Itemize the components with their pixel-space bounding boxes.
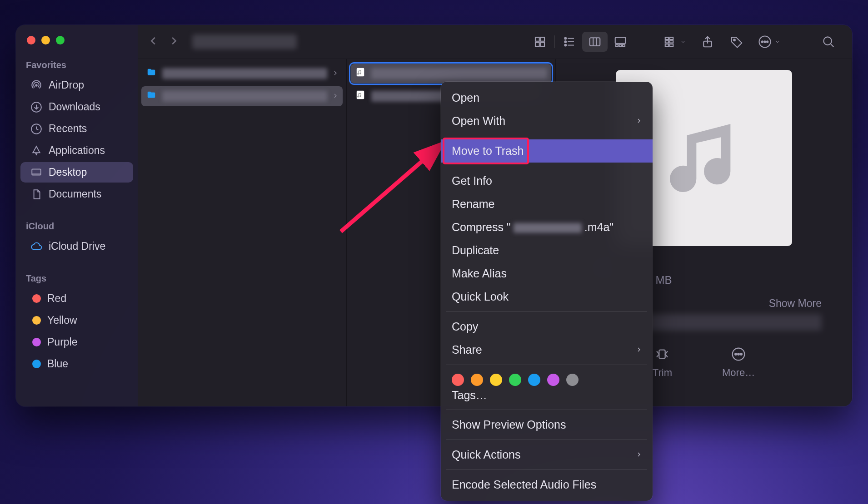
sidebar-tag-red[interactable]: Red: [20, 288, 133, 309]
group-by-button[interactable]: [658, 32, 691, 52]
airdrop-icon: [30, 79, 42, 91]
sidebar-item-label: Applications: [49, 144, 105, 157]
svg-rect-17: [665, 41, 669, 43]
sidebar-item-airdrop[interactable]: AirDrop: [20, 75, 133, 95]
menu-item-make-alias[interactable]: Make Alias: [441, 262, 653, 285]
traffic-light-maximize[interactable]: [56, 36, 65, 44]
preview-action-label: Trim: [653, 367, 672, 379]
menu-tags-row: [441, 368, 653, 387]
svg-rect-5: [540, 37, 544, 41]
tag-color-red[interactable]: [452, 374, 464, 386]
folder-row[interactable]: [141, 64, 343, 84]
folder-label: [162, 91, 327, 102]
documents-icon: [30, 188, 42, 200]
sidebar-item-label: Recents: [49, 123, 87, 135]
svg-point-9: [564, 41, 566, 43]
tag-color-green[interactable]: [509, 374, 521, 386]
view-list-button[interactable]: [557, 32, 582, 52]
audio-file-icon: [355, 67, 366, 80]
menu-item-duplicate[interactable]: Duplicate: [441, 239, 653, 262]
menu-item-copy[interactable]: Copy: [441, 315, 653, 338]
tag-color-purple[interactable]: [547, 374, 559, 386]
sidebar-section-favorites: Favorites: [16, 57, 138, 75]
menu-item-compress[interactable]: Compress ".m4a": [441, 216, 653, 239]
folder-icon: [146, 90, 157, 103]
traffic-light-minimize[interactable]: [41, 36, 50, 44]
folder-icon: [146, 67, 157, 80]
audio-file-icon: [355, 90, 366, 103]
applications-icon: [30, 145, 42, 157]
menu-item-quick-actions[interactable]: Quick Actions: [441, 443, 653, 466]
tag-dot-icon: [32, 294, 41, 303]
chevron-right-icon: [636, 448, 642, 461]
svg-rect-11: [590, 38, 600, 46]
svg-rect-13: [616, 44, 618, 46]
nav-back-button[interactable]: [149, 35, 159, 48]
menu-item-tags[interactable]: Tags…: [441, 387, 653, 406]
sidebar-item-applications[interactable]: Applications: [20, 140, 133, 161]
sidebar-item-icloud-drive[interactable]: iCloud Drive: [20, 236, 133, 257]
tag-color-yellow[interactable]: [490, 374, 502, 386]
view-switcher: [527, 32, 633, 52]
svg-point-0: [35, 84, 37, 86]
search-button[interactable]: [816, 32, 841, 52]
menu-item-move-to-trash[interactable]: Move to Trash: [441, 139, 653, 163]
actions-button[interactable]: [753, 32, 786, 52]
menu-item-open[interactable]: Open: [441, 86, 653, 109]
preview-action-more[interactable]: More…: [722, 347, 755, 379]
svg-rect-7: [540, 42, 544, 46]
file-label: [371, 68, 547, 79]
svg-rect-14: [619, 44, 622, 46]
menu-item-show-preview-options[interactable]: Show Preview Options: [441, 413, 653, 436]
menu-item-quick-look[interactable]: Quick Look: [441, 285, 653, 308]
svg-rect-29: [357, 68, 364, 76]
svg-rect-18: [665, 44, 669, 46]
svg-rect-31: [659, 350, 665, 359]
sidebar-item-label: Blue: [47, 358, 68, 370]
tags-button[interactable]: [724, 32, 749, 52]
tag-color-gray[interactable]: [566, 374, 579, 386]
svg-point-33: [735, 353, 737, 355]
toolbar: [138, 25, 852, 59]
traffic-lights: [16, 31, 138, 57]
sidebar-item-recents[interactable]: Recents: [20, 119, 133, 139]
view-gallery-button[interactable]: [608, 32, 633, 52]
view-icons-button[interactable]: [527, 32, 553, 52]
svg-rect-6: [535, 42, 539, 46]
menu-item-open-with[interactable]: Open With: [441, 109, 653, 133]
sidebar-tag-blue[interactable]: Blue: [20, 354, 133, 374]
sidebar-item-label: Purple: [47, 336, 77, 348]
share-button[interactable]: [695, 32, 720, 52]
menu-item-encode-audio[interactable]: Encode Selected Audio Files: [441, 473, 653, 496]
folder-row[interactable]: [141, 86, 343, 106]
sidebar-item-label: Red: [47, 292, 66, 305]
sidebar-item-label: Documents: [49, 188, 101, 200]
sidebar-item-documents[interactable]: Documents: [20, 184, 133, 204]
menu-item-rename[interactable]: Rename: [441, 193, 653, 216]
svg-rect-15: [623, 44, 625, 46]
sidebar-tag-yellow[interactable]: Yellow: [20, 310, 133, 331]
menu-item-get-info[interactable]: Get Info: [441, 169, 653, 193]
traffic-light-close[interactable]: [27, 36, 35, 44]
view-columns-button[interactable]: [582, 32, 608, 52]
sidebar-item-desktop[interactable]: Desktop: [20, 162, 133, 183]
file-row[interactable]: [350, 64, 552, 84]
svg-point-26: [764, 41, 765, 42]
svg-point-25: [762, 41, 763, 42]
sidebar-tag-purple[interactable]: Purple: [20, 332, 133, 352]
column-1: [138, 59, 347, 406]
icloud-icon: [30, 241, 42, 252]
tag-color-orange[interactable]: [471, 374, 483, 386]
sidebar-item-downloads[interactable]: Downloads: [20, 97, 133, 117]
nav-forward-button[interactable]: [169, 35, 179, 48]
menu-item-share[interactable]: Share: [441, 338, 653, 361]
preview-action-trim[interactable]: Trim: [653, 347, 672, 379]
svg-point-27: [767, 41, 768, 42]
svg-rect-4: [535, 37, 539, 41]
tag-color-blue[interactable]: [528, 374, 540, 386]
tag-dot-icon: [32, 338, 41, 346]
sidebar-item-label: AirDrop: [49, 79, 84, 91]
chevron-right-icon: [636, 114, 642, 128]
tag-dot-icon: [32, 360, 41, 368]
sidebar-item-label: Yellow: [47, 314, 77, 326]
